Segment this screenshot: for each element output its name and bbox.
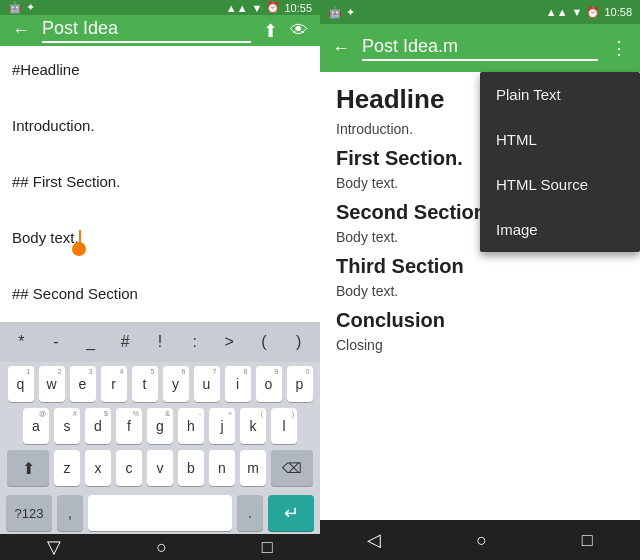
key-y[interactable]: 6y: [163, 366, 189, 402]
key-i[interactable]: 8i: [225, 366, 251, 402]
key-w[interactable]: 2w: [39, 366, 65, 402]
key-z[interactable]: z: [54, 450, 80, 486]
right-nav-recent-button[interactable]: □: [582, 530, 593, 551]
key-b[interactable]: b: [178, 450, 204, 486]
key-j[interactable]: +j: [209, 408, 235, 444]
key-c[interactable]: c: [116, 450, 142, 486]
key-lparen[interactable]: (: [252, 333, 276, 351]
left-toolbar: ← Post Idea ⬆ 👁: [0, 15, 320, 46]
key-f[interactable]: %f: [116, 408, 142, 444]
signal-icon: ▲▲: [226, 2, 248, 14]
preview-button[interactable]: 👁: [290, 20, 308, 41]
right-wifi-icon: ▼: [572, 6, 583, 18]
time-display: 10:55: [284, 2, 312, 14]
key-colon[interactable]: :: [183, 333, 207, 351]
share-button[interactable]: ⬆: [263, 20, 278, 42]
key-l[interactable]: )l: [271, 408, 297, 444]
left-nav-bar: ▽ ○ □: [0, 534, 320, 560]
editor-line-5: ## First Section.: [12, 170, 308, 194]
editor-line-6: [12, 198, 308, 222]
editor-line-7: Body text.: [12, 226, 308, 250]
right-nav-bar: ◁ ○ □: [320, 520, 640, 560]
left-status-left: 🤖 ✦: [8, 1, 35, 14]
body-text: Body text.: [12, 229, 79, 246]
editor-line-3: Introduction.: [12, 114, 308, 138]
wifi-icon: ▼: [252, 2, 263, 14]
key-h[interactable]: -h: [178, 408, 204, 444]
key-delete[interactable]: ⌫: [271, 450, 313, 486]
key-k[interactable]: (k: [240, 408, 266, 444]
key-a[interactable]: @a: [23, 408, 49, 444]
right-signal-icon: ▲▲: [546, 6, 568, 18]
right-alarm-icon: ⏰: [586, 6, 600, 19]
key-row-1: 1q 2w 3e 4r 5t 6y 7u 8i 9o 0p: [4, 366, 316, 402]
key-underscore[interactable]: _: [79, 333, 103, 351]
left-status-right: ▲▲ ▼ ⏰ 10:55: [226, 1, 312, 14]
editor-line-9: ## Second Section: [12, 282, 308, 306]
key-u[interactable]: 7u: [194, 366, 220, 402]
bluetooth-icon: ✦: [26, 1, 35, 14]
preview-closing: Closing: [336, 337, 624, 353]
key-shift[interactable]: ⬆: [7, 450, 49, 486]
left-panel: 🤖 ✦ ▲▲ ▼ ⏰ 10:55 ← Post Idea ⬆ 👁 #Headli…: [0, 0, 320, 560]
bottom-key-row: ?123 , . ↵: [0, 492, 320, 534]
key-x[interactable]: x: [85, 450, 111, 486]
left-back-button[interactable]: ←: [12, 20, 30, 41]
key-n[interactable]: n: [209, 450, 235, 486]
key-minus[interactable]: -: [44, 333, 68, 351]
key-period[interactable]: .: [237, 495, 263, 531]
right-status-bar: 🤖 ✦ ▲▲ ▼ ⏰ 10:58: [320, 0, 640, 24]
keyboard: * - _ # ! : > ( ) 1q 2w 3e 4r 5t 6y 7u 8…: [0, 322, 320, 534]
right-status-right: ▲▲ ▼ ⏰ 10:58: [546, 6, 632, 19]
key-p[interactable]: 0p: [287, 366, 313, 402]
key-d[interactable]: $d: [85, 408, 111, 444]
editor-line-4: [12, 142, 308, 166]
right-back-button[interactable]: ←: [332, 38, 350, 59]
key-e[interactable]: 3e: [70, 366, 96, 402]
preview-h2-conclusion: Conclusion: [336, 309, 624, 332]
dropdown-menu: Plain Text HTML HTML Source Image: [480, 72, 640, 252]
dropdown-html-source[interactable]: HTML Source: [480, 162, 640, 207]
key-row-2: @a #s $d %f &g -h +j (k )l: [4, 408, 316, 444]
overflow-button[interactable]: ⋮: [610, 37, 628, 59]
key-g[interactable]: &g: [147, 408, 173, 444]
right-status-left: 🤖 ✦: [328, 6, 355, 19]
editor-area[interactable]: #Headline Introduction. ## First Section…: [0, 46, 320, 322]
dropdown-plain-text[interactable]: Plain Text: [480, 72, 640, 117]
key-r[interactable]: 4r: [101, 366, 127, 402]
key-hash[interactable]: #: [113, 333, 137, 351]
right-time-display: 10:58: [604, 6, 632, 18]
key-enter[interactable]: ↵: [268, 495, 314, 531]
editor-line-1: #Headline: [12, 58, 308, 82]
special-key-row: * - _ # ! : > ( ): [0, 322, 320, 362]
key-rows: 1q 2w 3e 4r 5t 6y 7u 8i 9o 0p @a #s $d %…: [0, 362, 320, 486]
preview-body3: Body text.: [336, 283, 624, 299]
left-status-bar: 🤖 ✦ ▲▲ ▼ ⏰ 10:55: [0, 0, 320, 15]
dropdown-image[interactable]: Image: [480, 207, 640, 252]
key-space[interactable]: [88, 495, 232, 531]
key-num[interactable]: ?123: [6, 495, 52, 531]
key-gt[interactable]: >: [217, 333, 241, 351]
key-rparen[interactable]: ): [287, 333, 311, 351]
right-bluetooth-icon: ✦: [346, 6, 355, 19]
key-q[interactable]: 1q: [8, 366, 34, 402]
key-comma[interactable]: ,: [57, 495, 83, 531]
editor-line-2: [12, 86, 308, 110]
key-m[interactable]: m: [240, 450, 266, 486]
key-o[interactable]: 9o: [256, 366, 282, 402]
nav-recent-button[interactable]: □: [262, 537, 273, 558]
right-nav-back-button[interactable]: ◁: [367, 529, 381, 551]
nav-home-button[interactable]: ○: [156, 537, 167, 558]
nav-back-button[interactable]: ▽: [47, 536, 61, 558]
key-asterisk[interactable]: *: [9, 333, 33, 351]
key-exclaim[interactable]: !: [148, 333, 172, 351]
preview-h2-third: Third Section: [336, 255, 624, 278]
right-android-icon: 🤖: [328, 6, 342, 19]
right-nav-home-button[interactable]: ○: [476, 530, 487, 551]
left-title: Post Idea: [42, 18, 251, 43]
key-v[interactable]: v: [147, 450, 173, 486]
android-icon: 🤖: [8, 1, 22, 14]
dropdown-html[interactable]: HTML: [480, 117, 640, 162]
key-s[interactable]: #s: [54, 408, 80, 444]
key-t[interactable]: 5t: [132, 366, 158, 402]
